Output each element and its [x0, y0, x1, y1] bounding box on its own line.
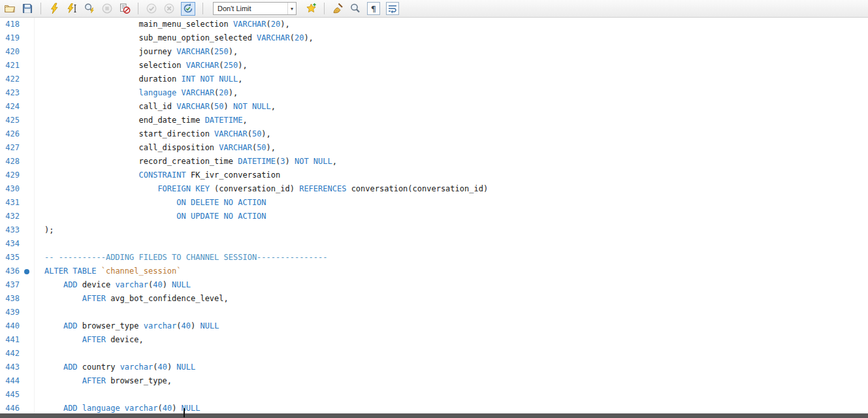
save-script-button[interactable] [22, 3, 33, 14]
code-text[interactable]: call_disposition VARCHAR(50), [34, 141, 276, 155]
code-line[interactable]: 438 AFTER avg_bot_confidence_level, [0, 292, 868, 306]
code-line[interactable]: 419 sub_menu_option_selected VARCHAR(20)… [0, 31, 868, 45]
code-text[interactable]: CONSTRAINT FK_ivr_conversation [34, 169, 280, 182]
chevron-down-icon[interactable]: ▾ [287, 3, 296, 14]
code-text[interactable]: selection VARCHAR(250), [34, 59, 248, 72]
code-line[interactable]: 444 AFTER browser_type, [0, 374, 868, 388]
code-line[interactable]: 443 ADD country varchar(40) NULL [0, 361, 868, 374]
code-text[interactable]: AFTER device, [34, 333, 144, 347]
code-text[interactable]: record_creation_time DATETIME(3) NOT NUL… [34, 155, 337, 169]
gutter-marker-column [20, 127, 34, 141]
code-text[interactable]: ADD language varchar(40) NULL [34, 402, 200, 413]
code-line[interactable]: 426 start_direction VARCHAR(50), [0, 127, 868, 141]
execute-script-button[interactable] [48, 3, 60, 14]
gutter-marker-column [20, 251, 34, 265]
code-text[interactable]: ALTER TABLE `channel_session` [34, 265, 182, 278]
code-line[interactable]: 442 [0, 347, 868, 361]
toggle-stop-on-error-button[interactable] [119, 3, 131, 14]
code-text[interactable]: start_direction VARCHAR(50), [34, 127, 271, 141]
code-text[interactable]: ON UPDATE NO ACTION [34, 210, 266, 223]
code-line[interactable]: 430 FOREIGN KEY (conversation_id) REFERE… [0, 182, 868, 196]
code-line[interactable]: 433); [0, 223, 868, 237]
commit-icon [146, 3, 157, 14]
code-line[interactable]: 429 CONSTRAINT FK_ivr_conversation [0, 169, 868, 182]
code-text[interactable]: end_date_time DATETIME, [34, 114, 248, 127]
code-text[interactable]: FOREIGN KEY (conversation_id) REFERENCES… [34, 182, 488, 196]
code-text[interactable]: call_id VARCHAR(50) NOT NULL, [34, 100, 276, 114]
execute-current-statement-button[interactable] [66, 3, 78, 14]
code-text[interactable]: duration INT NOT NULL, [34, 72, 242, 86]
code-text[interactable]: ON DELETE NO ACTION [34, 196, 266, 210]
code-text[interactable]: AFTER avg_bot_confidence_level, [34, 292, 229, 306]
stop-on-error-icon [119, 3, 131, 14]
gutter-marker-column [20, 182, 34, 196]
find-panel-button[interactable] [349, 3, 361, 14]
line-number: 423 [0, 86, 20, 100]
code-text[interactable]: ADD device varchar(40) NULL [34, 278, 191, 292]
line-number: 437 [0, 278, 20, 292]
gutter-marker-column [20, 210, 34, 223]
limit-rows-value: Don't Limit [217, 5, 251, 12]
gutter-marker-column [20, 319, 34, 333]
beautify-script-button[interactable] [332, 3, 344, 14]
explain-statement-button[interactable] [84, 3, 95, 14]
code-line[interactable]: 435-- ----------ADDING FILEDS TO CHANNEL… [0, 251, 868, 265]
code-text[interactable]: journey VARCHAR(250), [34, 45, 238, 59]
code-line[interactable]: 434 [0, 237, 868, 251]
code-line[interactable]: 437 ADD device varchar(40) NULL [0, 278, 868, 292]
gutter-marker-column [20, 169, 34, 182]
code-line[interactable]: 424 call_id VARCHAR(50) NOT NULL, [0, 100, 868, 114]
horizontal-scrollbar[interactable] [0, 413, 868, 418]
open-script-button[interactable] [4, 3, 16, 14]
code-line[interactable]: 440 ADD browser_type varchar(40) NULL [0, 319, 868, 333]
code-line[interactable]: 446 ADD language varchar(40) NULL [0, 402, 868, 413]
snippet-star-icon [305, 3, 317, 14]
code-line[interactable]: 436ALTER TABLE `channel_session` [0, 265, 868, 278]
code-line[interactable]: 425 end_date_time DATETIME, [0, 114, 868, 127]
code-text[interactable] [34, 388, 44, 402]
code-text[interactable] [34, 306, 44, 319]
gutter-marker-column [20, 155, 34, 169]
save-snippet-button[interactable] [305, 3, 317, 14]
code-line[interactable]: 418 main_menu_selection VARCHAR(20), [0, 18, 868, 31]
code-line[interactable]: 431 ON DELETE NO ACTION [0, 196, 868, 210]
code-line[interactable]: 439 [0, 306, 868, 319]
gutter-marker-column [20, 237, 34, 251]
code-line[interactable]: 423 language VARCHAR(20), [0, 86, 868, 100]
code-text[interactable] [34, 237, 44, 251]
code-line[interactable]: 421 selection VARCHAR(250), [0, 59, 868, 72]
code-text[interactable]: -- ----------ADDING FILEDS TO CHANNEL SE… [34, 251, 327, 265]
code-text[interactable]: AFTER browser_type, [34, 374, 172, 388]
code-line[interactable]: 445 [0, 388, 868, 402]
code-text[interactable]: ADD browser_type varchar(40) NULL [34, 319, 219, 333]
code-text[interactable]: sub_menu_option_selected VARCHAR(20), [34, 31, 313, 45]
code-text[interactable]: ADD country varchar(40) NULL [34, 361, 195, 374]
code-text[interactable]: language VARCHAR(20), [34, 86, 238, 100]
code-text[interactable] [34, 347, 44, 361]
line-number: 434 [0, 237, 20, 251]
code-text[interactable]: main_menu_selection VARCHAR(20), [34, 18, 290, 31]
code-line[interactable]: 428 record_creation_time DATETIME(3) NOT… [0, 155, 868, 169]
code-text[interactable]: ); [34, 223, 54, 237]
toggle-invisible-characters-button[interactable]: ¶ [367, 2, 380, 15]
commit-button[interactable] [146, 3, 157, 14]
pilcrow-icon: ¶ [368, 3, 379, 14]
code-line[interactable]: 427 call_disposition VARCHAR(50), [0, 141, 868, 155]
toggle-word-wrap-button[interactable] [386, 2, 399, 15]
line-number: 439 [0, 306, 20, 319]
limit-rows-dropdown[interactable]: Don't Limit▾ [213, 2, 297, 15]
toggle-autocommit-button[interactable] [181, 2, 195, 16]
rollback-button[interactable] [163, 3, 175, 14]
toolbar-separator [40, 3, 41, 14]
code-line[interactable]: 422 duration INT NOT NULL, [0, 72, 868, 86]
stop-execution-button[interactable] [101, 3, 113, 14]
code-line[interactable]: 420 journey VARCHAR(250), [0, 45, 868, 59]
line-number: 430 [0, 182, 20, 196]
code-line[interactable]: 432 ON UPDATE NO ACTION [0, 210, 868, 223]
line-number: 436 [0, 265, 20, 278]
sql-code-editor[interactable]: 418 main_menu_selection VARCHAR(20),419 … [0, 18, 868, 413]
line-number: 441 [0, 333, 20, 347]
line-number: 435 [0, 251, 20, 265]
line-number: 431 [0, 196, 20, 210]
code-line[interactable]: 441 AFTER device, [0, 333, 868, 347]
